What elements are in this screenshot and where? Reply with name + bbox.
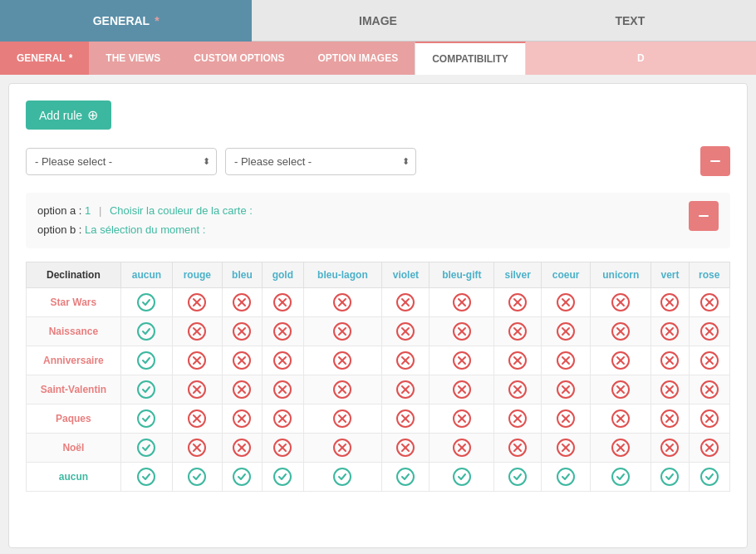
cell-4-1[interactable]	[173, 404, 223, 433]
cell-0-5[interactable]	[382, 287, 430, 316]
cell-4-6[interactable]	[430, 404, 494, 433]
cell-0-6[interactable]	[430, 287, 494, 316]
cell-5-8[interactable]	[542, 433, 591, 462]
subtab-general[interactable]: GENERAL *	[0, 42, 89, 75]
cell-2-5[interactable]	[382, 346, 430, 375]
cell-1-7[interactable]	[494, 316, 542, 346]
cell-1-5[interactable]	[382, 316, 430, 346]
cell-2-3[interactable]	[263, 346, 303, 375]
cell-2-4[interactable]	[303, 346, 382, 375]
cell-3-3[interactable]	[263, 375, 303, 404]
col-header-coeur[interactable]: coeur	[542, 262, 591, 287]
cell-3-1[interactable]	[173, 375, 223, 404]
subtab-option-images[interactable]: OPTION IMAGES	[301, 42, 415, 75]
cell-2-8[interactable]	[542, 346, 591, 375]
cell-4-5[interactable]	[382, 404, 430, 433]
cell-6-2[interactable]	[222, 462, 263, 491]
cell-0-10[interactable]	[651, 287, 689, 316]
tab-text-top[interactable]: TEXT	[504, 0, 756, 42]
subtab-custom-options[interactable]: CUSTOM OPTIONS	[177, 42, 301, 75]
cell-4-4[interactable]	[303, 404, 382, 433]
cell-5-5[interactable]	[382, 433, 430, 462]
col-header-violet[interactable]: violet	[382, 262, 430, 287]
cell-6-4[interactable]	[303, 462, 382, 491]
cell-3-4[interactable]	[303, 375, 382, 404]
cell-5-11[interactable]	[689, 433, 729, 462]
cell-0-11[interactable]	[689, 287, 729, 316]
cell-5-7[interactable]	[494, 433, 542, 462]
cell-0-4[interactable]	[303, 287, 382, 316]
cell-6-6[interactable]	[430, 462, 494, 491]
cell-0-9[interactable]	[591, 287, 651, 316]
cell-3-2[interactable]	[222, 375, 263, 404]
cell-3-5[interactable]	[382, 375, 430, 404]
cell-3-0[interactable]	[120, 375, 172, 404]
cell-4-7[interactable]	[494, 404, 542, 433]
cell-2-10[interactable]	[651, 346, 689, 375]
cell-4-2[interactable]	[222, 404, 263, 433]
col-header-unicorn[interactable]: unicorn	[591, 262, 651, 287]
cell-2-6[interactable]	[430, 346, 494, 375]
cell-4-10[interactable]	[651, 404, 689, 433]
cell-5-2[interactable]	[222, 433, 263, 462]
cell-1-2[interactable]	[222, 316, 263, 346]
cell-5-10[interactable]	[651, 433, 689, 462]
cell-2-1[interactable]	[173, 346, 223, 375]
cell-1-10[interactable]	[651, 316, 689, 346]
cell-2-11[interactable]	[689, 346, 729, 375]
cell-5-4[interactable]	[303, 433, 382, 462]
cell-0-7[interactable]	[494, 287, 542, 316]
cell-4-0[interactable]	[120, 404, 172, 433]
cell-0-1[interactable]	[173, 287, 223, 316]
cell-1-4[interactable]	[303, 316, 382, 346]
cell-1-1[interactable]	[173, 316, 223, 346]
cell-5-3[interactable]	[263, 433, 303, 462]
cell-5-0[interactable]	[120, 433, 172, 462]
cell-4-8[interactable]	[542, 404, 591, 433]
cell-6-10[interactable]	[651, 462, 689, 491]
cell-6-11[interactable]	[689, 462, 729, 491]
cell-5-1[interactable]	[173, 433, 223, 462]
col-header-silver[interactable]: silver	[494, 262, 542, 287]
col-header-bleu-gift[interactable]: bleu-gift	[430, 262, 494, 287]
delete-rule-button[interactable]	[700, 146, 730, 176]
col-header-bleu-lagon[interactable]: bleu-lagon	[303, 262, 382, 287]
cell-5-9[interactable]	[591, 433, 651, 462]
add-rule-button[interactable]: Add rule ⊕	[26, 101, 111, 130]
tab-general-top[interactable]: GENERAL *	[0, 0, 252, 42]
tab-image-top[interactable]: IMAGE	[252, 0, 503, 42]
col-header-vert[interactable]: vert	[651, 262, 689, 287]
cell-2-7[interactable]	[494, 346, 542, 375]
cell-6-5[interactable]	[382, 462, 430, 491]
cell-1-8[interactable]	[542, 316, 591, 346]
cell-4-3[interactable]	[263, 404, 303, 433]
cell-6-0[interactable]	[120, 462, 172, 491]
cell-0-2[interactable]	[222, 287, 263, 316]
select-2[interactable]: - Please select -	[225, 148, 416, 175]
delete-rule-button-2[interactable]	[689, 201, 719, 231]
cell-3-7[interactable]	[494, 375, 542, 404]
cell-4-9[interactable]	[591, 404, 651, 433]
cell-1-9[interactable]	[591, 316, 651, 346]
subtab-the-views[interactable]: THE VIEWS	[89, 42, 177, 75]
subtab-more[interactable]: D	[526, 42, 756, 75]
cell-2-9[interactable]	[591, 346, 651, 375]
cell-3-6[interactable]	[430, 375, 494, 404]
cell-1-0[interactable]	[120, 316, 172, 346]
col-header-aucun[interactable]: aucun	[120, 262, 172, 287]
cell-0-8[interactable]	[542, 287, 591, 316]
cell-4-11[interactable]	[689, 404, 729, 433]
col-header-rose[interactable]: rose	[689, 262, 729, 287]
subtab-compatibility[interactable]: COMPATIBILITY	[415, 42, 526, 75]
col-header-gold[interactable]: gold	[263, 262, 303, 287]
cell-2-2[interactable]	[222, 346, 263, 375]
cell-6-9[interactable]	[591, 462, 651, 491]
cell-2-0[interactable]	[120, 346, 172, 375]
cell-3-11[interactable]	[689, 375, 729, 404]
cell-6-1[interactable]	[173, 462, 223, 491]
cell-1-3[interactable]	[263, 316, 303, 346]
col-header-bleu[interactable]: bleu	[222, 262, 263, 287]
cell-0-0[interactable]	[120, 287, 172, 316]
cell-0-3[interactable]	[263, 287, 303, 316]
cell-6-7[interactable]	[494, 462, 542, 491]
